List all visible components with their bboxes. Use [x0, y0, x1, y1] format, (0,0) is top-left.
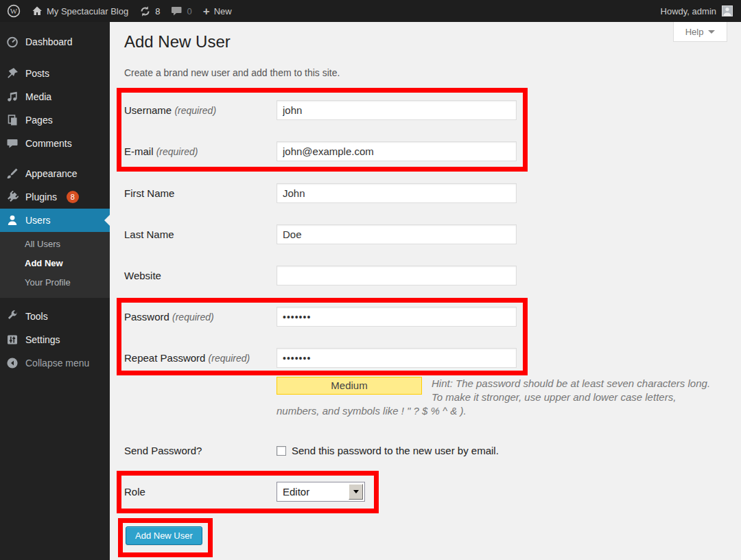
my-account-menu[interactable]: Howdy, admin — [661, 5, 733, 16]
repeat-password-label: Repeat Password — [124, 352, 205, 364]
last-name-row: Last Name — [124, 224, 517, 244]
sidebar-item-label: Tools — [25, 311, 48, 322]
username-label: Username — [124, 104, 172, 116]
password-input[interactable] — [277, 307, 517, 327]
chevron-down-icon — [708, 30, 715, 34]
plugins-update-badge: 8 — [67, 191, 79, 203]
sidebar-item-label: Users — [25, 215, 51, 226]
appearance-icon — [6, 167, 19, 180]
sidebar-item-label: Plugins — [25, 191, 57, 202]
sidebar-item-appearance[interactable]: Appearance — [0, 162, 110, 185]
role-select[interactable]: Editor — [277, 482, 365, 502]
password-hint-area: Medium Hint: The password should be at l… — [277, 377, 711, 418]
submenu-item-add-new[interactable]: Add New — [0, 254, 110, 273]
updates-icon — [139, 5, 151, 17]
howdy-text: Howdy, admin — [661, 6, 716, 16]
wordpress-logo-menu[interactable]: W — [7, 0, 21, 22]
plus-icon: + — [203, 5, 210, 17]
sidebar-item-tools[interactable]: Tools — [0, 305, 110, 328]
sidebar-item-label: Posts — [25, 68, 49, 79]
sidebar-item-users[interactable]: Users — [0, 209, 110, 232]
password-label: Password — [124, 311, 169, 323]
sidebar-item-label: Settings — [25, 334, 60, 345]
users-icon — [6, 214, 19, 226]
add-new-user-button[interactable]: Add New User — [126, 526, 202, 545]
submenu-item-your-profile[interactable]: Your Profile — [0, 273, 110, 292]
last-name-label: Last Name — [124, 224, 174, 244]
new-content-menu[interactable]: + New — [203, 0, 232, 22]
role-selected-value: Editor — [283, 482, 309, 501]
sidebar-item-posts[interactable]: Posts — [0, 62, 110, 85]
admin-bar: W My Spectacular Blog 8 — [0, 0, 741, 22]
required-note: (required) — [174, 105, 216, 116]
first-name-row: First Name — [124, 183, 517, 203]
email-label: E-mail — [124, 145, 154, 157]
settings-icon — [6, 334, 19, 346]
page-subtitle: Create a brand new user and add them to … — [124, 67, 340, 78]
admin-sidebar: Dashboard Posts Media Pages — [0, 22, 110, 560]
sidebar-item-label: Comments — [25, 138, 72, 149]
update-count: 8 — [155, 6, 160, 16]
website-input[interactable] — [277, 266, 517, 285]
sidebar-item-label: Collapse menu — [25, 358, 89, 369]
sidebar-item-media[interactable]: Media — [0, 85, 110, 108]
send-password-label: Send Password? — [124, 445, 202, 456]
home-icon — [32, 5, 43, 16]
sidebar-item-comments[interactable]: Comments — [0, 132, 110, 155]
required-note: (required) — [172, 312, 214, 323]
first-name-input[interactable] — [277, 183, 517, 203]
dashboard-icon — [6, 36, 19, 48]
wordpress-logo-icon: W — [7, 4, 21, 18]
repeat-password-row: Repeat Password (required) — [124, 348, 517, 368]
tools-icon — [6, 310, 19, 323]
site-name-menu[interactable]: My Spectacular Blog — [32, 0, 128, 22]
sidebar-item-label: Media — [25, 91, 51, 102]
sidebar-item-label: Pages — [25, 115, 53, 126]
first-name-label: First Name — [124, 183, 174, 203]
sidebar-item-label: Appearance — [25, 168, 78, 179]
username-row: Username (required) — [124, 100, 517, 120]
sidebar-item-pages[interactable]: Pages — [0, 108, 110, 132]
updates-menu[interactable]: 8 — [139, 0, 160, 22]
sidebar-item-dashboard[interactable]: Dashboard — [0, 30, 110, 54]
website-row: Website — [124, 266, 517, 285]
comment-count: 0 — [187, 6, 191, 16]
current-menu-arrow — [104, 215, 110, 226]
required-note: (required) — [156, 146, 198, 157]
send-password-checkbox[interactable] — [277, 446, 286, 456]
new-label: New — [214, 6, 232, 16]
password-strength-meter: Medium — [277, 377, 422, 395]
plugin-icon — [6, 191, 19, 203]
help-button[interactable]: Help — [673, 22, 727, 42]
last-name-input[interactable] — [277, 224, 517, 244]
submenu-item-all-users[interactable]: All Users — [0, 235, 110, 254]
website-label: Website — [124, 266, 161, 285]
email-row: E-mail (required) — [124, 141, 517, 161]
username-input[interactable] — [277, 100, 517, 120]
password-row: Password (required) — [124, 307, 517, 327]
svg-text:W: W — [10, 7, 18, 15]
media-icon — [6, 91, 19, 103]
sidebar-item-label: Dashboard — [25, 36, 73, 47]
role-label: Role — [124, 486, 145, 498]
comment-icon — [6, 137, 19, 150]
email-input[interactable] — [277, 141, 517, 161]
select-dropdown-button[interactable] — [349, 484, 363, 500]
help-label: Help — [685, 27, 704, 37]
repeat-password-input[interactable] — [277, 348, 517, 368]
site-name: My Spectacular Blog — [47, 6, 128, 16]
send-password-checkbox-label[interactable]: Send this password to the new user by em… — [292, 445, 499, 456]
required-note: (required) — [209, 353, 250, 364]
comments-menu[interactable]: 0 — [171, 0, 191, 22]
sidebar-item-plugins[interactable]: Plugins 8 — [0, 185, 110, 209]
sidebar-item-collapse-menu[interactable]: Collapse menu — [0, 351, 110, 375]
users-submenu: All Users Add New Your Profile — [0, 232, 110, 298]
comment-bubble-icon — [171, 5, 183, 16]
avatar — [722, 5, 733, 16]
page-title: Add New User — [124, 32, 231, 51]
pages-icon — [6, 114, 19, 126]
wordpress-admin-add-new-user-page: W My Spectacular Blog 8 — [0, 0, 741, 560]
chevron-down-icon — [353, 490, 359, 493]
pushpin-icon — [6, 67, 19, 80]
sidebar-item-settings[interactable]: Settings — [0, 328, 110, 351]
